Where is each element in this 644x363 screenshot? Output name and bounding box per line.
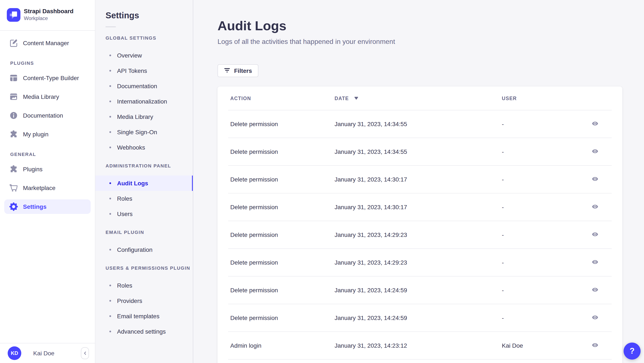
subnav-item-overview[interactable]: Overview [95, 48, 193, 63]
action-cell: Admin login [230, 342, 334, 349]
brand-subtitle: Workplace [24, 15, 74, 22]
subnav-item-label: Advanced settings [117, 328, 166, 335]
sidebar-item-documentation[interactable]: Documentation [4, 108, 91, 123]
subnav-item-api-tokens[interactable]: API Tokens [95, 63, 193, 78]
eye-icon [592, 341, 598, 349]
subnav-section-users-permissions-plugin: USERS & PERMISSIONS PLUGIN Roles Provide… [95, 265, 193, 339]
user-cell: - [502, 204, 585, 210]
main-nav-list: Content Manager PLUGINS Content-Type Bui… [0, 30, 95, 343]
action-cell: Delete permission [230, 287, 334, 293]
subnav-item-audit-logs[interactable]: Audit Logs [95, 176, 193, 191]
eye-icon [592, 203, 598, 211]
date-cell: January 31, 2023, 14:24:59 [334, 287, 502, 293]
sidebar-item-content-manager[interactable]: Content Manager [4, 36, 91, 50]
table-row[interactable]: Admin login January 31, 2023, 14:23:12 K… [228, 332, 612, 359]
user-cell: - [502, 314, 585, 321]
user-cell: - [502, 148, 585, 155]
subnav-item-providers[interactable]: Providers [95, 293, 193, 308]
sidebar-item-content-type-builder[interactable]: Content-Type Builder [4, 71, 91, 85]
sidebar-item-settings[interactable]: Settings [4, 199, 91, 214]
subnav-item-roles[interactable]: Roles [95, 191, 193, 206]
filter-icon [224, 67, 231, 75]
subnav-item-label: Audit Logs [117, 180, 148, 187]
sidebar-item-label: My plugin [23, 131, 48, 138]
table-row[interactable]: Delete permission January 31, 2023, 14:2… [228, 249, 612, 276]
subnav-section-global-settings: GLOBAL SETTINGS Overview API Tokens Docu… [95, 35, 193, 155]
divider [106, 27, 116, 27]
brand-title: Strapi Dashboard [24, 8, 74, 15]
eye-icon [592, 231, 598, 239]
user-cell: - [502, 231, 585, 238]
subnav-item-label: Documentation [117, 83, 157, 90]
sidebar-item-my-plugin[interactable]: My plugin [4, 127, 91, 141]
subnav-item-webhooks[interactable]: Webhooks [95, 140, 193, 155]
subnav-item-documentation[interactable]: Documentation [95, 78, 193, 94]
main-content: Audit Logs Logs of all the activities th… [193, 0, 644, 363]
strapi-logo-icon [7, 8, 20, 22]
column-header-action: ACTION [230, 96, 334, 101]
collapse-sidebar-button[interactable] [81, 347, 89, 359]
action-cell: Delete permission [230, 259, 334, 266]
eye-icon [592, 175, 598, 183]
settings-sidebar: Settings GLOBAL SETTINGS Overview API To… [95, 0, 193, 363]
view-log-button[interactable] [588, 200, 602, 214]
subnav-item-label: Configuration [117, 246, 152, 253]
view-log-button[interactable] [588, 311, 602, 325]
subnav-item-media-library[interactable]: Media Library [95, 109, 193, 124]
table-row[interactable]: Delete permission January 31, 2023, 14:2… [228, 304, 612, 332]
eye-icon [592, 148, 598, 156]
subnav-item-label: Overview [117, 52, 142, 59]
action-cell: Delete permission [230, 148, 334, 155]
table-row[interactable]: Delete permission January 31, 2023, 14:2… [228, 276, 612, 304]
action-cell: Delete permission [230, 204, 334, 210]
column-header-date[interactable]: DATE [334, 96, 502, 101]
subnav-item-single-sign-on[interactable]: Single Sign-On [95, 124, 193, 140]
view-log-button[interactable] [588, 339, 602, 352]
filters-button[interactable]: Filters [218, 64, 258, 77]
user-cell: - [502, 259, 585, 266]
pen-icon [9, 39, 18, 47]
subnav-item-label: Users [117, 210, 132, 217]
table-row[interactable]: Delete permission January 31, 2023, 14:3… [228, 110, 612, 138]
user-cell: - [502, 121, 585, 127]
workplace-switcher[interactable]: Strapi Dashboard Workplace [0, 0, 95, 30]
view-log-button[interactable] [588, 117, 602, 131]
subnav-item-label: API Tokens [117, 67, 147, 74]
help-button[interactable]: ? [624, 342, 640, 359]
view-log-button[interactable] [588, 173, 602, 186]
subnav-item-label: Providers [117, 297, 142, 304]
filters-button-label: Filters [234, 67, 252, 74]
subnav-item-up-roles[interactable]: Roles [95, 278, 193, 293]
image-icon [9, 93, 18, 101]
view-log-button[interactable] [588, 256, 602, 269]
date-cell: January 31, 2023, 14:29:23 [334, 231, 502, 238]
view-log-button[interactable] [588, 283, 602, 297]
date-cell: January 31, 2023, 14:30:17 [334, 176, 502, 183]
table-row[interactable]: Delete permission January 31, 2023, 14:3… [228, 138, 612, 166]
subnav-item-users[interactable]: Users [95, 206, 193, 222]
layout-grid-icon [9, 74, 18, 82]
view-log-button[interactable] [588, 145, 602, 159]
eye-icon [592, 258, 598, 266]
subnav-item-email-templates[interactable]: Email templates [95, 308, 193, 324]
table-row[interactable]: Delete permission January 31, 2023, 14:3… [228, 166, 612, 193]
sidebar-item-label: Marketplace [23, 184, 56, 191]
info-icon [9, 111, 18, 120]
subnav-item-internationalization[interactable]: Internationalization [95, 94, 193, 109]
puzzle-icon [9, 165, 18, 173]
subnav-item-advanced-settings[interactable]: Advanced settings [95, 324, 193, 339]
date-cell: January 31, 2023, 14:30:17 [334, 204, 502, 210]
sidebar-item-media-library[interactable]: Media Library [4, 90, 91, 104]
table-row[interactable]: Delete permission January 31, 2023, 14:3… [228, 193, 612, 221]
sidebar-item-plugins[interactable]: Plugins [4, 162, 91, 176]
sidebar-item-label: Content-Type Builder [23, 75, 79, 81]
sidebar-item-label: Content Manager [23, 40, 69, 47]
table-row[interactable]: Delete permission January 31, 2023, 14:2… [228, 221, 612, 249]
app-window: Strapi Dashboard Workplace Content Manag… [0, 0, 644, 363]
view-log-button[interactable] [588, 228, 602, 242]
sidebar-item-marketplace[interactable]: Marketplace [4, 181, 91, 195]
subnav-item-label: Webhooks [117, 144, 145, 151]
subnav-item-configuration[interactable]: Configuration [95, 242, 193, 257]
cart-icon [9, 184, 18, 192]
section-title-plugins: PLUGINS [10, 61, 91, 66]
